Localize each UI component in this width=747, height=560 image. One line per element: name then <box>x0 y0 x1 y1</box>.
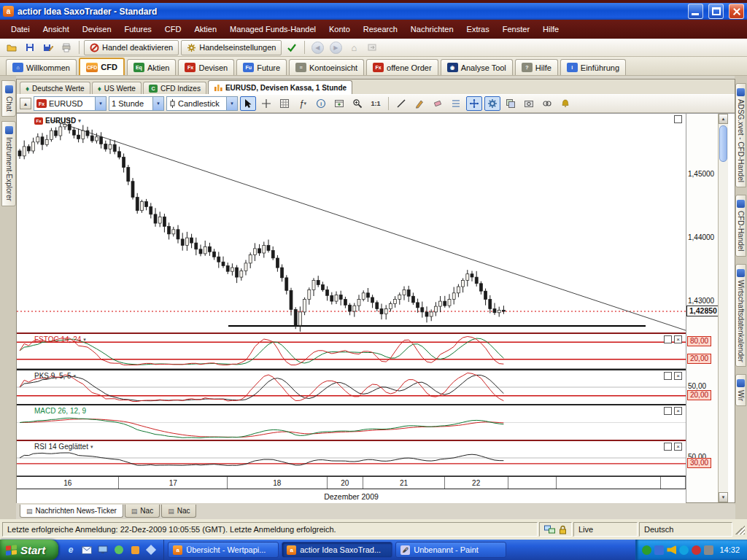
tray-icon-blue[interactable] <box>654 545 664 555</box>
forward-button[interactable]: ▶ <box>328 40 344 55</box>
pane-close-button[interactable]: × <box>674 372 682 380</box>
macd-svg[interactable] <box>17 405 686 440</box>
pks-label[interactable]: PKS 9, 5, 5 <box>34 372 71 380</box>
pks-svg[interactable] <box>17 370 686 404</box>
crosshair-tool[interactable] <box>258 96 274 111</box>
indicator-tool[interactable]: ƒ▾ <box>295 96 311 111</box>
save-all-button[interactable] <box>40 40 56 55</box>
menu-fenster[interactable]: Fenster <box>496 22 536 36</box>
pane-maximize-button[interactable] <box>664 443 672 451</box>
back-button[interactable]: ◀ <box>309 40 325 55</box>
show-desktop-icon[interactable] <box>96 543 109 556</box>
quick-launch-icon[interactable] <box>112 543 125 556</box>
tab-kontoeinsicht[interactable]: ≡Kontoeinsicht <box>289 59 364 75</box>
instrument-overlay-label[interactable]: Fx EURUSD ▾ <box>34 117 81 125</box>
print-button[interactable] <box>58 40 74 55</box>
info-tool[interactable]: i <box>313 96 329 111</box>
minimize-button[interactable] <box>688 4 703 19</box>
sidebar-tab-cfd-handel[interactable]: CFD-Handel <box>735 195 746 257</box>
sidebar-tab-instrument-explorer[interactable]: Instrument-Explorer <box>1 121 16 206</box>
chart-tab-eurusd[interactable]: EURUSD, Devisen Kassa, 1 Stunde <box>208 80 352 94</box>
chart-tab-deutsche-werte[interactable]: ♦Deutsche Werte <box>20 82 90 94</box>
menu-datei[interactable]: Datei <box>4 22 36 36</box>
quick-launch-icon[interactable] <box>144 543 158 556</box>
eraser-tool[interactable] <box>430 96 446 111</box>
pencil-tool[interactable] <box>411 96 427 111</box>
task-uebersicht[interactable]: aÜbersicht - Wertpapi... <box>168 542 279 558</box>
menu-nachrichten[interactable]: Nachrichten <box>404 22 460 36</box>
tray-icon-green[interactable] <box>642 545 651 555</box>
pointer-mode-tool[interactable] <box>466 96 482 111</box>
chart-settings-gear[interactable] <box>484 96 500 111</box>
network-icon[interactable] <box>704 545 713 555</box>
disable-trading-button[interactable]: Handel deaktivieren <box>84 40 179 55</box>
tab-aktien[interactable]: EqAktien <box>127 59 177 75</box>
tab-news-3[interactable]: ▤Nac <box>161 505 196 518</box>
tab-news-ticker[interactable]: ▤Nachrichten News-Ticker <box>20 505 123 518</box>
restore-button[interactable] <box>708 4 724 19</box>
candlestick-chart-svg[interactable] <box>17 114 686 332</box>
tab-willkommen[interactable]: ⌂Willkommen <box>6 59 77 75</box>
pks-pane[interactable]: PKS 9, 5, 5▾ × <box>17 369 686 405</box>
pane-maximize-button[interactable] <box>674 115 682 123</box>
chart-style-select[interactable]: Candlestick ▼ <box>166 96 238 111</box>
zoom-in-tool[interactable] <box>349 96 365 111</box>
price-pane[interactable]: Fx EURUSD ▾ <box>17 114 686 334</box>
chart-tab-cfd-indizes[interactable]: CCFD Indizes <box>143 82 206 94</box>
menu-hilfe[interactable]: Hilfe <box>536 22 565 36</box>
rsi-svg[interactable] <box>17 441 686 475</box>
start-button[interactable]: Start <box>0 540 58 560</box>
tab-devisen[interactable]: FxDevisen <box>178 59 234 75</box>
sidebar-tab-wirtschaftsdatenkalender[interactable]: Wirtschaftsdatenkalender <box>735 264 746 368</box>
menu-managed-funds[interactable]: Managed Funds-Handel <box>223 22 322 36</box>
macd-label[interactable]: MACD 26, 12, 9 <box>34 407 86 415</box>
collapse-toolbar-button[interactable]: ▲ <box>20 98 31 109</box>
resize-grip[interactable] <box>735 525 745 534</box>
alarm-bell-tool[interactable] <box>557 96 573 111</box>
tab-cfd[interactable]: CFDCFD <box>79 58 125 75</box>
open-button[interactable] <box>4 40 20 55</box>
scroll-up-arrow[interactable]: ▲ <box>719 114 728 124</box>
task-paint[interactable]: 🖌Unbenannt - Paint <box>395 542 506 558</box>
tab-offene-order[interactable]: Fxoffene Order <box>366 59 438 75</box>
mail-icon[interactable] <box>80 543 93 556</box>
cursor-tool[interactable] <box>240 96 256 111</box>
fstoc-svg[interactable] <box>17 334 686 368</box>
home-button[interactable]: ⌂ <box>346 40 362 55</box>
zoom-1-1-button[interactable]: 1:1 <box>368 96 384 111</box>
grid-tool[interactable] <box>276 96 293 111</box>
pane-maximize-button[interactable] <box>664 407 672 415</box>
internet-explorer-icon[interactable]: e <box>64 543 77 556</box>
trade-settings-button[interactable]: Handelseinstellungen <box>181 40 282 55</box>
sidebar-tab-chat[interactable]: Chat <box>1 80 16 117</box>
scrollbar-thumb[interactable] <box>719 125 727 162</box>
pane-maximize-button[interactable] <box>664 335 672 343</box>
menu-aktien[interactable]: Aktien <box>187 22 223 36</box>
confirm-trades-button[interactable] <box>284 40 300 55</box>
fibonacci-tool[interactable] <box>448 96 464 111</box>
pane-maximize-button[interactable] <box>664 372 672 380</box>
fstoc-pane[interactable]: FSTOC 14, 24▾ × <box>17 334 686 369</box>
scroll-down-arrow[interactable]: ▼ <box>719 492 728 502</box>
sidebar-tab-adsg-cfd-handel[interactable]: ADSG.xvet - CFD-Handel <box>735 83 746 187</box>
chart-vertical-scrollbar[interactable]: ▲ ▼ <box>718 114 728 502</box>
tab-hilfe[interactable]: ?Hilfe <box>515 59 558 75</box>
save-button[interactable] <box>22 40 38 55</box>
sidebar-tab-wir[interactable]: Wir <box>735 374 746 406</box>
menu-futures[interactable]: Futures <box>118 22 158 36</box>
symbol-select[interactable]: Fx EURUSD ▼ <box>34 96 107 111</box>
rsi-label[interactable]: RSI 14 Geglättet <box>34 443 88 451</box>
tab-future[interactable]: FuFuture <box>236 59 287 75</box>
volume-icon[interactable] <box>667 545 676 555</box>
menu-cfd[interactable]: CFD <box>158 22 188 36</box>
rsi-pane[interactable]: RSI 14 Geglättet▾ × <box>17 441 686 476</box>
quick-launch-icon[interactable] <box>128 543 142 556</box>
snapshot-tool[interactable] <box>521 96 537 111</box>
pane-close-button[interactable]: × <box>674 407 682 415</box>
menu-ansicht[interactable]: Ansicht <box>36 22 76 36</box>
fstoc-label[interactable]: FSTOC 14, 24 <box>34 335 81 343</box>
new-pane-tool[interactable] <box>331 96 347 111</box>
task-saxotrader[interactable]: aactior Idea SaxoTrad... <box>282 542 392 558</box>
menu-extras[interactable]: Extras <box>460 22 496 36</box>
pane-close-button[interactable]: × <box>674 443 682 451</box>
